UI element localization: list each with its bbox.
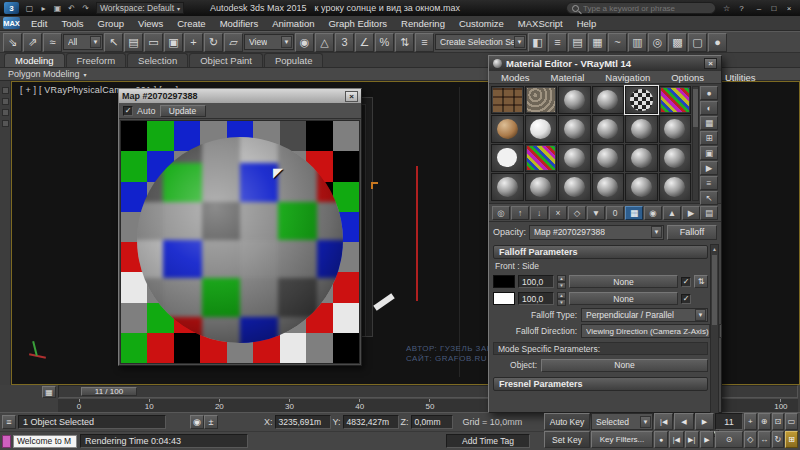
select-and-link-icon[interactable]: ⇘: [3, 33, 22, 52]
use-pivot-point-icon[interactable]: ◉: [295, 33, 314, 52]
angle-snap-icon[interactable]: ∠: [355, 33, 374, 52]
me-menu-utilities[interactable]: Utilities: [719, 70, 762, 85]
align-icon[interactable]: ≡: [548, 33, 567, 52]
docked-toolbar-icon[interactable]: [2, 109, 9, 116]
layer-manager-icon[interactable]: ▤: [568, 33, 587, 52]
window-crossing-icon[interactable]: ▣: [164, 33, 183, 52]
help-icon[interactable]: ?: [735, 2, 748, 14]
put-to-library-icon[interactable]: ▼: [587, 206, 605, 220]
menu-create[interactable]: Create: [171, 16, 212, 31]
y-coordinate-field[interactable]: 4832,427m: [343, 415, 399, 429]
video-color-check-icon[interactable]: ▣: [700, 146, 718, 160]
menu-help[interactable]: Help: [571, 16, 603, 31]
render-production-icon[interactable]: ●: [708, 33, 727, 52]
render-setup-icon[interactable]: ▩: [668, 33, 687, 52]
3dsmax-logo-icon[interactable]: 3: [4, 2, 19, 14]
make-material-copy-icon[interactable]: ◇: [568, 206, 586, 220]
key-set-dropdown[interactable]: Selected ▼: [591, 413, 653, 430]
menu-graph-editors[interactable]: Graph Editors: [322, 16, 393, 31]
spinner-down-icon[interactable]: ▼: [557, 282, 566, 289]
falloff-amount-field[interactable]: 100,0: [518, 292, 554, 305]
me-menu-material[interactable]: Material: [545, 70, 591, 85]
workspace-dropdown[interactable]: Workspace: Default ▾: [96, 2, 184, 14]
material-sample-slot[interactable]: [659, 115, 692, 143]
unlink-selection-icon[interactable]: ⇗: [23, 33, 42, 52]
reference-coordinate-dropdown[interactable]: View▼: [244, 34, 294, 50]
set-key-button[interactable]: Set Key: [544, 431, 590, 448]
falloff-color-swatch[interactable]: [493, 275, 515, 288]
timeline-tick[interactable]: 10: [142, 399, 156, 412]
maximize-viewport-toggle-icon[interactable]: ⊞: [785, 431, 798, 448]
timeline-tick[interactable]: 40: [353, 399, 367, 412]
material-sample-slot[interactable]: [592, 144, 625, 172]
search-input[interactable]: [583, 4, 710, 13]
open-file-icon[interactable]: ▸: [37, 2, 50, 14]
next-key-button[interactable]: ▶|: [685, 431, 699, 448]
material-sample-slot[interactable]: [625, 115, 658, 143]
timeline-tick[interactable]: 50: [423, 399, 437, 412]
field-of-view-icon[interactable]: ◇: [744, 431, 757, 448]
material-sample-slot[interactable]: [592, 173, 625, 201]
select-by-material-icon[interactable]: ↖: [700, 191, 718, 205]
close-button[interactable]: ×: [782, 2, 796, 14]
material-sample-slot[interactable]: [491, 115, 524, 143]
tab-selection[interactable]: Selection: [127, 53, 188, 67]
docked-toolbar-icon[interactable]: [2, 120, 9, 127]
me-menu-options[interactable]: Options: [665, 70, 710, 85]
go-to-start-button[interactable]: |◀: [654, 413, 673, 430]
mirror-icon[interactable]: ◧: [528, 33, 547, 52]
maximize-button[interactable]: □: [767, 2, 781, 14]
timeline-tick[interactable]: 0: [72, 399, 86, 412]
undo-icon[interactable]: ↶: [65, 2, 78, 14]
material-sample-slot[interactable]: [558, 173, 591, 201]
material-sample-slot[interactable]: [592, 86, 625, 114]
spinner-down-icon[interactable]: ▼: [557, 299, 566, 306]
get-material-icon[interactable]: ◎: [492, 206, 510, 220]
background-icon[interactable]: ▦: [700, 116, 718, 130]
menu-rendering[interactable]: Rendering: [395, 16, 451, 31]
falloff-color-swatch[interactable]: [493, 292, 515, 305]
material-sample-slot[interactable]: [659, 173, 692, 201]
key-mode-toggle-button[interactable]: ●: [654, 431, 668, 448]
swap-colors-button[interactable]: ⇅: [694, 275, 708, 288]
save-file-icon[interactable]: ▣: [51, 2, 64, 14]
timeline-tick[interactable]: 100: [774, 399, 788, 412]
spinner-snap-icon[interactable]: ⇅: [395, 33, 414, 52]
docked-toolbar-icon[interactable]: [2, 98, 9, 105]
go-to-end-button[interactable]: ▶: [700, 431, 714, 448]
material-sample-slot[interactable]: [491, 86, 524, 114]
options-icon[interactable]: ≡: [700, 176, 718, 190]
material-sample-slot[interactable]: [558, 144, 591, 172]
play-animation-button[interactable]: ▶: [695, 413, 714, 430]
rendered-frame-icon[interactable]: ▢: [688, 33, 707, 52]
auto-update-checkbox[interactable]: ✓: [123, 106, 133, 116]
maxscript-mini-listener[interactable]: [2, 435, 11, 448]
update-button[interactable]: Update: [160, 105, 206, 117]
ribbon-toggle-icon[interactable]: ▦: [588, 33, 607, 52]
named-selection-sets-icon[interactable]: ≡: [415, 33, 434, 52]
menu-tools[interactable]: Tools: [55, 16, 89, 31]
menu-customize[interactable]: Customize: [453, 16, 510, 31]
orbit-icon[interactable]: ↻: [772, 431, 785, 448]
zoom-region-icon[interactable]: ▭: [785, 413, 798, 430]
bind-to-spacewarp-icon[interactable]: ≈: [43, 33, 62, 52]
parameters-scrollbar[interactable]: ▲ ▼: [710, 244, 719, 437]
spinner-up-icon[interactable]: ▲: [557, 275, 566, 282]
material-sample-slot[interactable]: [659, 144, 692, 172]
redo-icon[interactable]: ↷: [79, 2, 92, 14]
percent-snap-icon[interactable]: %: [375, 33, 394, 52]
show-map-in-viewport-icon[interactable]: ▦: [625, 206, 643, 220]
select-and-manipulate-icon[interactable]: △: [315, 33, 334, 52]
application-menu-button[interactable]: MAX: [3, 17, 20, 29]
select-and-rotate-icon[interactable]: ↻: [204, 33, 223, 52]
z-coordinate-field[interactable]: 0,0mm: [411, 415, 453, 429]
selection-region-icon[interactable]: ▭: [144, 33, 163, 52]
material-sample-slot[interactable]: [525, 86, 558, 114]
time-slider-handle[interactable]: 11 / 100: [81, 387, 137, 396]
me-menu-modes[interactable]: Modes: [495, 70, 536, 85]
menu-maxscript[interactable]: MAXScript: [512, 16, 569, 31]
pan-view-icon[interactable]: ↔: [758, 431, 771, 448]
material-map-navigator-icon[interactable]: ▤: [700, 206, 718, 220]
fresnel-parameters-rollout[interactable]: Fresnel Parameters: [493, 377, 708, 391]
maxscript-listener-icon[interactable]: ≡: [2, 415, 16, 429]
